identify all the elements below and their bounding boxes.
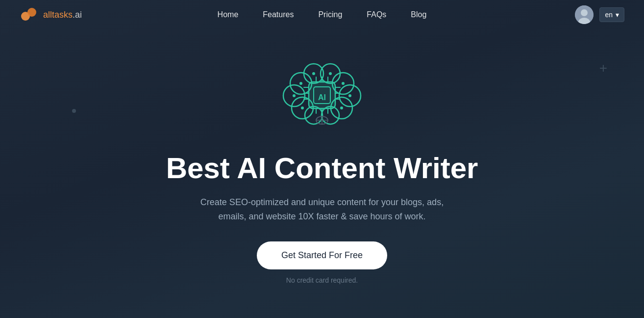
- ai-brain-icon: AI: [275, 47, 369, 140]
- svg-point-31: [299, 82, 302, 85]
- svg-point-38: [329, 72, 332, 75]
- nav-link-pricing[interactable]: Pricing: [318, 10, 342, 19]
- nav-item-features[interactable]: Features: [263, 10, 294, 19]
- lang-label: en: [605, 11, 613, 19]
- svg-point-33: [301, 106, 304, 109]
- lang-selector[interactable]: en ▾: [599, 7, 624, 22]
- svg-point-36: [340, 106, 343, 109]
- navbar: alltasks.ai Home Features Pricing FAQs B…: [0, 0, 644, 29]
- svg-point-37: [312, 72, 315, 75]
- svg-point-1: [27, 8, 36, 17]
- logo-icon: [20, 5, 38, 24]
- nav-item-pricing[interactable]: Pricing: [318, 10, 342, 19]
- avatar-icon: [575, 5, 594, 24]
- svg-text:AI: AI: [318, 93, 326, 102]
- svg-point-34: [342, 82, 345, 85]
- nav-link-features[interactable]: Features: [263, 10, 294, 19]
- logo-text: alltasks.ai: [43, 10, 82, 20]
- svg-point-32: [293, 94, 296, 97]
- nav-link-home[interactable]: Home: [218, 10, 239, 19]
- no-credit-text: No credit card required.: [286, 276, 358, 284]
- nav-links: Home Features Pricing FAQs Blog: [218, 10, 427, 19]
- logo[interactable]: alltasks.ai: [20, 5, 82, 24]
- nav-item-faqs[interactable]: FAQs: [367, 10, 386, 19]
- chevron-down-icon: ▾: [616, 11, 619, 19]
- nav-link-blog[interactable]: Blog: [411, 10, 426, 19]
- nav-right: en ▾: [575, 5, 624, 24]
- svg-point-3: [581, 9, 588, 16]
- get-started-button[interactable]: Get Started For Free: [257, 241, 387, 269]
- hero-title: Best AI Content Writer: [166, 152, 478, 185]
- svg-point-35: [348, 94, 351, 97]
- ai-brain-icon-container: AI: [273, 44, 371, 142]
- hero-subtitle: Create SEO-optimized and unique content …: [200, 195, 444, 224]
- hero-section: AI Best AI Content Writer Create SEO-opt…: [0, 29, 644, 284]
- nav-link-faqs[interactable]: FAQs: [367, 10, 386, 19]
- nav-item-blog[interactable]: Blog: [411, 10, 426, 19]
- nav-item-home[interactable]: Home: [218, 10, 239, 19]
- user-avatar[interactable]: [575, 5, 594, 24]
